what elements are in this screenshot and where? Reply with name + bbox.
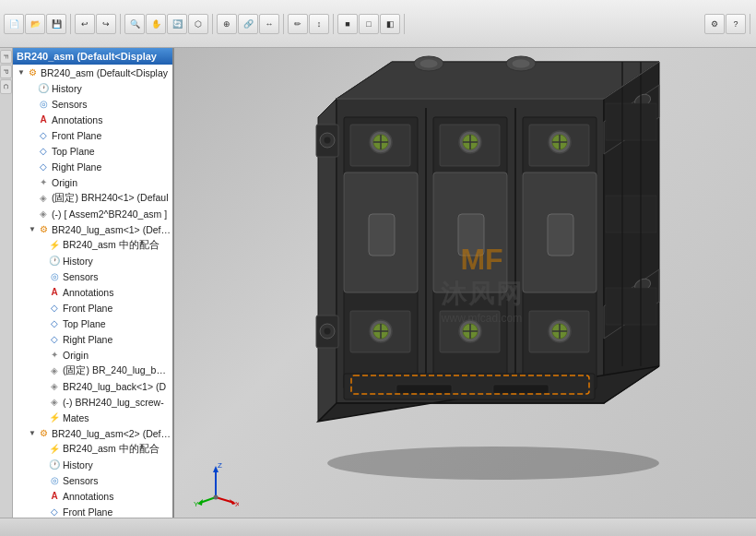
viewport[interactable]: MF 沐风网 www.mfcad.com Z X Y: [174, 48, 756, 518]
tree-item-icon-plane: ◇: [37, 145, 50, 158]
tree-item-top-plane-2[interactable]: ▶◇Top Plane: [13, 316, 172, 331]
tree-item-icon-part: ◈: [48, 396, 61, 409]
zoom-button[interactable]: 🔍: [124, 14, 145, 34]
tree-item-br240asm-conf-2[interactable]: ▶⚡BR240_asm 中的配合: [13, 441, 172, 457]
tree-item-sensors-3[interactable]: ▶◎Sensors: [13, 472, 172, 488]
tree-item-icon-origin: ✦: [48, 349, 61, 362]
model-container: [230, 66, 738, 471]
tree-item-history-3[interactable]: ▶🕐History: [13, 457, 172, 472]
tree-item-label: (固定) BR_240_lug_base:: [63, 364, 171, 377]
tree-item-front-plane-3[interactable]: ▶◇Front Plane: [13, 504, 172, 518]
edit-toolbar-group: ↩ ↪: [75, 14, 121, 34]
tree-item-label: (-) [ Assem2^BR240_asm ]: [52, 208, 167, 220]
tree-item-icon-annot: A: [37, 113, 50, 126]
tree-item-label: Top Plane: [52, 146, 95, 157]
tree-item-mates-1[interactable]: ▶⚡Mates: [13, 410, 172, 425]
model-svg: [244, 48, 724, 495]
tree-item-arrow[interactable]: ▼: [17, 68, 26, 77]
undo-button[interactable]: ↩: [75, 14, 95, 34]
tree-item-history-2[interactable]: ▶🕐History: [13, 253, 172, 268]
tree-item-assem2[interactable]: ▶◈(-) [ Assem2^BR240_asm ]: [13, 206, 172, 221]
tree-item-label: (固定) BRH240<1> (Defaul: [52, 192, 168, 205]
tree-item-br240lugback-1[interactable]: ▶◈BR240_lug_back<1> (D: [13, 378, 172, 394]
assembly-toolbar-group: ⊕ 🔗 ↔: [217, 14, 284, 34]
tree-item-arrow[interactable]: ▼: [28, 429, 37, 438]
redo-button[interactable]: ↪: [96, 14, 116, 34]
tree-item-right-plane-2[interactable]: ▶◇Right Plane: [13, 331, 172, 347]
tree-item-sensors-2[interactable]: ▶◎Sensors: [13, 268, 172, 284]
wireframe-button[interactable]: □: [359, 14, 379, 34]
save-button[interactable]: 💾: [46, 14, 66, 34]
tree-item-label: History: [63, 459, 93, 470]
tree-item-icon-plane: ◇: [48, 302, 61, 315]
section-view-button[interactable]: ◧: [380, 14, 400, 34]
open-button[interactable]: 📂: [25, 14, 45, 34]
new-button[interactable]: 📄: [4, 14, 24, 34]
svg-rect-67: [606, 196, 656, 232]
tree-item-br240lug-1[interactable]: ▼⚙BR240_lug_asm<1> (Defau: [13, 221, 172, 237]
tree-item-icon-sensor: ◎: [48, 270, 61, 283]
tree-item-brh240-1[interactable]: ▶◈(固定) BRH240<1> (Defaul: [13, 190, 172, 206]
mate-button[interactable]: 🔗: [238, 14, 258, 34]
tree-item-label: BR240_asm 中的配合: [63, 239, 159, 252]
svg-point-59: [419, 59, 438, 68]
svg-marker-3: [337, 62, 659, 99]
smart-dimension-button[interactable]: ↕: [309, 14, 329, 34]
feature-tree: BR240_asm (Default<Display ▼⚙BR240_asm (…: [13, 48, 174, 518]
tree-item-icon-plane: ◇: [48, 333, 61, 346]
tree-item-root-asm[interactable]: ▼⚙BR240_asm (Default<Display: [13, 65, 172, 80]
sketch-button[interactable]: ✏: [288, 14, 308, 34]
view-orient-button[interactable]: ⬡: [188, 14, 208, 34]
left-tabs: F P C: [0, 48, 13, 518]
move-component-button[interactable]: ↔: [259, 14, 279, 34]
main-toolbar: 📄 📂 💾 ↩ ↪ 🔍 ✋ 🔄 ⬡ ⊕ 🔗 ↔ ✏ ↕ ■ □ ◧ ⚙ ?: [0, 0, 756, 48]
tree-item-brh240lugscrew-1[interactable]: ▶◈(-) BRH240_lug_screw-: [13, 394, 172, 410]
options-button[interactable]: ⚙: [704, 14, 725, 34]
tree-item-icon-part: ◈: [37, 208, 50, 220]
svg-text:X: X: [235, 500, 239, 506]
svg-rect-62: [344, 374, 595, 399]
tree-item-label: Front Plane: [63, 506, 112, 518]
tree-container: ▼⚙BR240_asm (Default<Display▶🕐History▶◎S…: [13, 65, 172, 518]
tree-item-top-plane-1[interactable]: ▶◇Top Plane: [13, 143, 172, 159]
tree-item-label: Origin: [52, 177, 77, 188]
tree-item-annot-2[interactable]: ▶AAnnotations: [13, 284, 172, 300]
display-toolbar-group: ■ □ ◧: [337, 14, 405, 34]
tree-item-annot-3[interactable]: ▶AAnnotations: [13, 488, 172, 504]
tree-item-icon-asm: ⚙: [37, 427, 50, 440]
tree-item-arrow[interactable]: ▼: [28, 225, 37, 234]
tree-item-front-plane-2[interactable]: ▶◇Front Plane: [13, 300, 172, 316]
tree-item-icon-plane: ◇: [48, 317, 61, 330]
tree-item-icon-sensor: ◎: [37, 98, 50, 111]
rotate-button[interactable]: 🔄: [167, 14, 187, 34]
property-tab[interactable]: P: [0, 65, 12, 78]
tree-item-annot-1[interactable]: ▶AAnnotations: [13, 112, 172, 127]
svg-rect-64: [493, 385, 549, 394]
right-toolbar-group: ⚙ ?: [704, 14, 750, 34]
tree-item-icon-mates: ⚡: [48, 411, 61, 424]
tree-item-history-1[interactable]: ▶🕐History: [13, 80, 172, 96]
pan-button[interactable]: ✋: [146, 14, 166, 34]
file-toolbar-group: 📄 📂 💾: [4, 14, 71, 34]
tree-item-br240asm-conf-1[interactable]: ▶⚡BR240_asm 中的配合: [13, 237, 172, 253]
tree-item-origin-2[interactable]: ▶✦Origin: [13, 347, 172, 363]
tree-item-label: Annotations: [52, 114, 102, 125]
tree-item-label: Mates: [63, 412, 89, 423]
tree-item-front-plane-1[interactable]: ▶◇Front Plane: [13, 127, 172, 143]
tree-item-icon-annot: A: [48, 490, 61, 503]
tree-item-br240lugbase-1[interactable]: ▶◈(固定) BR_240_lug_base:: [13, 363, 172, 378]
tree-item-icon-part: ◈: [48, 380, 61, 393]
config-tab[interactable]: C: [0, 79, 12, 94]
sketch-toolbar-group: ✏ ↕: [288, 14, 334, 34]
insert-component-button[interactable]: ⊕: [217, 14, 237, 34]
tree-item-sensors-1[interactable]: ▶◎Sensors: [13, 96, 172, 112]
shaded-button[interactable]: ■: [337, 14, 358, 34]
tree-item-icon-part: ◈: [48, 364, 61, 377]
tree-item-right-plane-1[interactable]: ▶◇Right Plane: [13, 159, 172, 174]
feature-tab[interactable]: F: [0, 50, 12, 64]
tree-item-origin-1[interactable]: ▶✦Origin: [13, 174, 172, 190]
help-button[interactable]: ?: [726, 14, 746, 34]
svg-point-0: [327, 447, 659, 480]
tree-item-br240lug-2[interactable]: ▼⚙BR240_lug_asm<2> (Defau: [13, 425, 172, 441]
tree-item-icon-plane: ◇: [37, 129, 50, 142]
